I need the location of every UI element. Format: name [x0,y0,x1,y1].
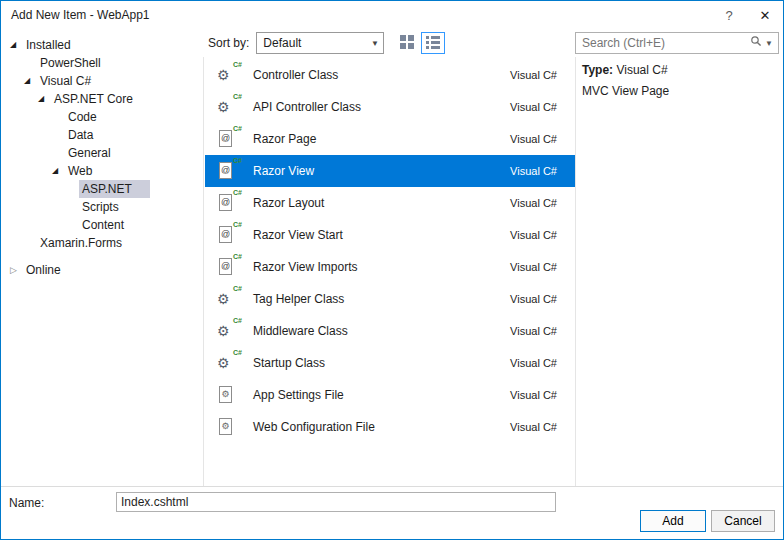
csharp-badge: C# [233,157,242,164]
add-button[interactable]: Add [640,510,706,532]
gear-glyph: ⚙ [217,291,230,307]
app-settings-file-icon: ⚙ [217,384,241,406]
tree-item-installed[interactable]: ◢Installed [2,36,202,54]
template-item-tag-helper-class[interactable]: ⚙C#Tag Helper ClassVisual C# [205,283,575,315]
tree-item-scripts[interactable]: Scripts [2,198,202,216]
tree-item-asp-net[interactable]: ASP.NET [2,180,202,198]
template-item-controller-class[interactable]: ⚙C#Controller ClassVisual C# [205,59,575,91]
razor-at-glyph: @ [219,226,232,243]
tree-item-xamarin-forms[interactable]: Xamarin.Forms [2,234,202,252]
cancel-button[interactable]: Cancel [711,510,775,532]
gear-glyph: ⚙ [217,99,230,115]
template-name: Razor View Start [253,228,510,242]
template-item-razor-view-start[interactable]: @C#Razor View StartVisual C# [205,219,575,251]
tree-item-general[interactable]: General [2,144,202,162]
template-language: Visual C# [510,69,557,81]
expanded-expander-icon[interactable]: ◢ [52,162,65,180]
file-glyph: ⚙ [219,386,232,403]
template-details: Type: Visual C# MVC View Page [582,63,775,105]
type-value: Visual C# [616,63,667,77]
tree-item-label: Web [65,162,95,180]
list-view-icon [426,35,440,52]
small-icons-view-button[interactable] [395,32,419,54]
template-name: Razor View Imports [253,260,510,274]
expanded-expander-icon[interactable]: ◢ [24,72,37,90]
razor-file-icon: @C# [217,128,241,150]
template-name: API Controller Class [253,100,510,114]
razor-file-icon: @C# [217,160,241,182]
tree-item-label: Code [65,108,100,126]
tree-item-label: Scripts [79,198,122,216]
sort-toolbar: Sort by: Default ▼ [208,32,445,54]
template-language: Visual C# [510,133,557,145]
expanded-expander-icon[interactable]: ◢ [10,36,23,54]
tree-item-content[interactable]: Content [2,216,202,234]
add-new-item-dialog: Add New Item - WebApp1 ? ✕ ◢InstalledPow… [0,0,784,540]
template-item-razor-view[interactable]: @C#Razor ViewVisual C# [205,155,575,187]
template-name: Razor View [253,164,510,178]
template-name: App Settings File [253,388,510,402]
search-icon [750,35,763,51]
chevron-down-icon: ▼ [366,39,383,48]
template-language: Visual C# [510,293,557,305]
razor-file-icon: @C# [217,192,241,214]
csharp-badge: C# [233,93,242,100]
tree-item-asp-net-core[interactable]: ◢ASP.NET Core [2,90,202,108]
template-item-middleware-class[interactable]: ⚙C#Middleware ClassVisual C# [205,315,575,347]
tree-item-label: ASP.NET Core [51,90,136,108]
template-name: Controller Class [253,68,510,82]
tree-item-label: Content [79,216,127,234]
tree-item-powershell[interactable]: PowerShell [2,54,202,72]
template-item-api-controller-class[interactable]: ⚙C#API Controller ClassVisual C# [205,91,575,123]
template-item-startup-class[interactable]: ⚙C#Startup ClassVisual C# [205,347,575,379]
template-language: Visual C# [510,165,557,177]
razor-at-glyph: @ [219,162,232,179]
template-item-razor-view-imports[interactable]: @C#Razor View ImportsVisual C# [205,251,575,283]
list-view-button[interactable] [421,32,445,54]
template-name: Startup Class [253,356,510,370]
gear-glyph: ⚙ [217,323,230,339]
gear-glyph: ⚙ [221,389,229,399]
tree-item-label: ASP.NET [79,180,150,198]
window-title: Add New Item - WebApp1 [1,8,150,22]
search-box: ▼ [575,32,779,54]
csharp-badge: C# [233,125,242,132]
name-input[interactable] [116,492,556,512]
name-label: Name: [9,496,44,510]
template-language: Visual C# [510,421,557,433]
type-label: Type: [582,63,613,77]
tree-item-online[interactable]: ▷Online [2,261,202,279]
sort-dropdown[interactable]: Default ▼ [256,32,384,54]
template-name: Razor Layout [253,196,510,210]
tree-item-label: Online [23,261,64,279]
template-item-web-configuration-file[interactable]: ⚙Web Configuration FileVisual C# [205,411,575,443]
csharp-class-icon: ⚙C# [217,320,241,342]
template-name: Web Configuration File [253,420,510,434]
csharp-badge: C# [233,61,242,68]
collapsed-expander-icon[interactable]: ▷ [10,261,23,279]
template-language: Visual C# [510,325,557,337]
tree-item-data[interactable]: Data [2,126,202,144]
search-chevron-down-icon: ▼ [765,39,773,48]
close-button[interactable]: ✕ [747,1,783,29]
razor-at-glyph: @ [219,130,232,147]
csharp-class-icon: ⚙C# [217,96,241,118]
search-input[interactable] [576,36,748,50]
help-button[interactable]: ? [711,1,747,29]
template-name: Razor Page [253,132,510,146]
csharp-class-icon: ⚙C# [217,288,241,310]
expanded-expander-icon[interactable]: ◢ [38,90,51,108]
gear-glyph: ⚙ [217,355,230,371]
csharp-badge: C# [233,221,242,228]
template-item-razor-layout[interactable]: @C#Razor LayoutVisual C# [205,187,575,219]
template-language: Visual C# [510,101,557,113]
tree-item-visual-c[interactable]: ◢Visual C# [2,72,202,90]
template-description: MVC View Page [582,84,775,98]
tree-item-code[interactable]: Code [2,108,202,126]
web-config-file-icon: ⚙ [217,416,241,438]
template-item-app-settings-file[interactable]: ⚙App Settings FileVisual C# [205,379,575,411]
tree-item-web[interactable]: ◢Web [2,162,202,180]
gear-glyph: ⚙ [221,421,229,431]
template-item-razor-page[interactable]: @C#Razor PageVisual C# [205,123,575,155]
search-controls[interactable]: ▼ [748,35,778,51]
